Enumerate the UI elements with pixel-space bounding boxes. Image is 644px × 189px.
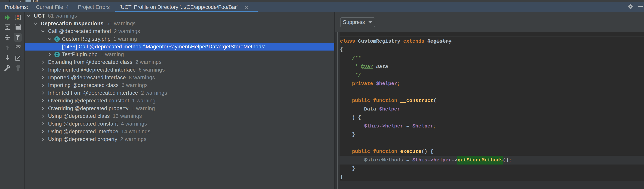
svg-text:C: C [56, 37, 58, 41]
svg-text:C: C [56, 52, 58, 57]
